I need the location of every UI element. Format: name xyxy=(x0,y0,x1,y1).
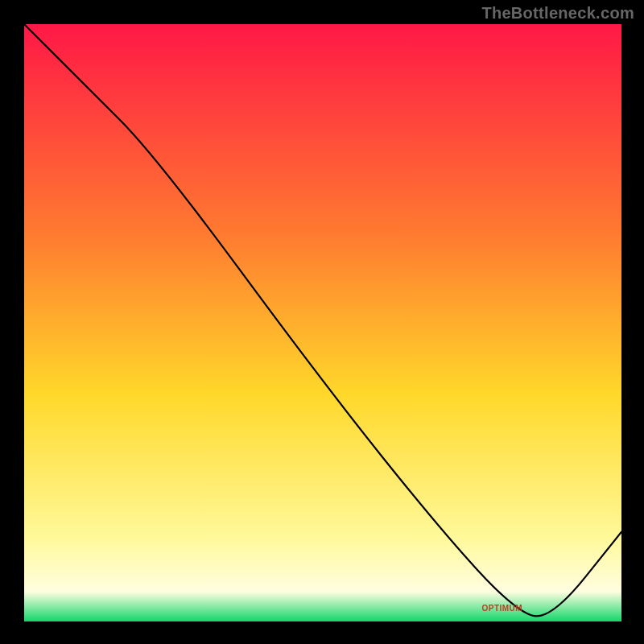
bottleneck-curve xyxy=(24,24,621,621)
plot-area: OPTIMUM xyxy=(24,24,621,621)
optimum-annotation: OPTIMUM xyxy=(481,604,522,613)
watermark-text: TheBottleneck.com xyxy=(481,4,634,23)
chart-container: TheBottleneck.com OPTIMUM xyxy=(0,0,644,644)
